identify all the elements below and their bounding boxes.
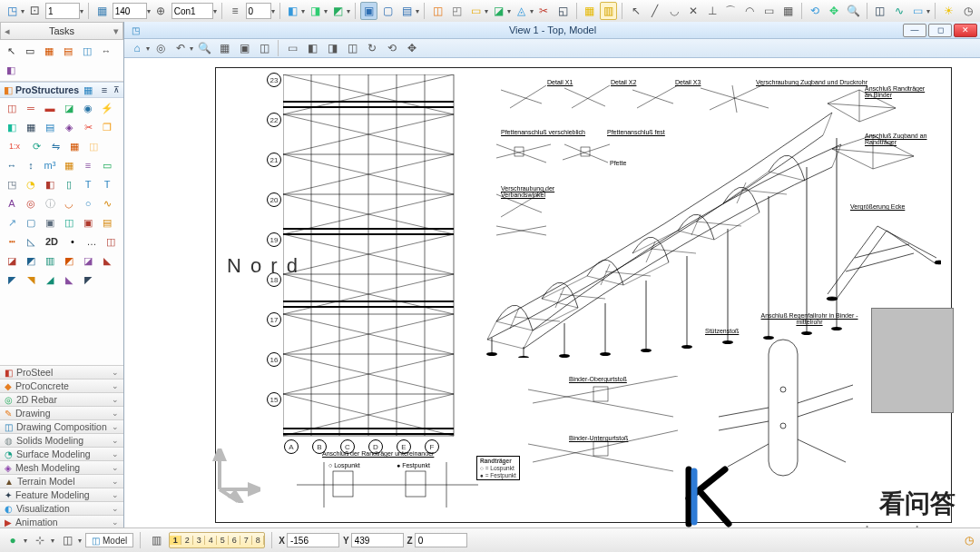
section-icon[interactable]: ▤ [41, 118, 59, 136]
page-1[interactable]: 1 [170, 536, 181, 545]
select-icon[interactable]: ▣ [235, 39, 253, 57]
sheet-icon[interactable]: ▥ [600, 2, 617, 20]
dropdown-icon[interactable]: ▾ [80, 7, 83, 15]
category-proconcrete[interactable]: ◆ProConcrete⌄ [0, 379, 123, 392]
tri6-icon[interactable]: ◤ [79, 271, 97, 289]
2d-label[interactable]: 2D [41, 232, 63, 251]
frame-icon[interactable]: ▢ [22, 213, 40, 232]
grid-snap-icon[interactable]: ▦ [779, 2, 797, 20]
prop-icon[interactable]: ◱ [554, 2, 572, 20]
pointer-icon[interactable]: ↖ [2, 42, 20, 60]
layer-field[interactable] [113, 3, 147, 19]
a-label-icon[interactable]: A [3, 194, 21, 212]
category-mesh[interactable]: ◈Mesh Modeling⌄ [0, 460, 123, 474]
col-t-icon[interactable]: T [79, 175, 97, 193]
bolt-icon[interactable]: ◉ [79, 99, 97, 117]
scale-label[interactable]: 1:x [3, 137, 26, 155]
box4-icon[interactable]: ▥ [41, 251, 59, 270]
shape-icon[interactable]: ◪ [60, 99, 78, 117]
window-icon[interactable]: ◫ [255, 39, 273, 57]
page-6[interactable]: 6 [229, 536, 240, 545]
category-drawingcomp[interactable]: ◫Drawing Composition⌄ [0, 419, 123, 433]
tri1-icon[interactable]: ◣ [98, 251, 116, 270]
page-2[interactable]: 2 [181, 536, 193, 545]
window1-icon[interactable]: ▣ [360, 2, 377, 20]
dropdown-icon[interactable]: ▾ [213, 7, 217, 15]
attach-icon[interactable]: ◫ [78, 42, 96, 60]
ref-icon[interactable]: ◫ [429, 2, 446, 20]
page-3[interactable]: 3 [193, 536, 205, 545]
fence-icon[interactable]: ▭ [21, 42, 39, 60]
view3d-icon[interactable]: ◳ [3, 175, 21, 193]
dropdown-icon[interactable]: ▾ [21, 7, 24, 15]
percent-field[interactable] [246, 3, 271, 19]
mirror-icon[interactable]: ⇋ [46, 137, 64, 155]
page-5[interactable]: 5 [217, 536, 229, 545]
circle-icon[interactable]: ○ [79, 194, 97, 212]
linestyle-icon[interactable]: ≡ [227, 2, 244, 20]
tri4-icon[interactable]: ◢ [41, 271, 59, 289]
cube-icon[interactable]: ◨ [307, 2, 324, 20]
info-icon[interactable]: ⓘ [41, 194, 59, 212]
dim-icon[interactable]: ↔ [3, 156, 21, 174]
ext-icon[interactable]: ↗ [3, 213, 21, 232]
collapse-icon[interactable]: ⊼ [113, 85, 120, 94]
angle-icon[interactable]: ◺ [22, 232, 40, 251]
calc-icon[interactable]: ▦ [582, 2, 599, 20]
grid-mode-icon[interactable]: ▦ [81, 83, 95, 97]
group-icon[interactable]: ◈ [60, 118, 78, 136]
measure-icon[interactable]: ↔ [97, 42, 115, 60]
spline-icon[interactable]: ∿ [98, 194, 116, 212]
style-icon[interactable]: ◪ [490, 2, 507, 20]
flag2-icon[interactable]: ◪ [79, 251, 97, 270]
steel-beam-icon[interactable]: ═ [22, 99, 40, 117]
category-animation[interactable]: ▶Animation⌄ [0, 515, 123, 528]
rotation-icon[interactable]: ↻ [363, 39, 381, 57]
note-icon[interactable]: ▭ [909, 2, 926, 20]
category-surface[interactable]: ◔Surface Modeling⌄ [0, 447, 123, 460]
ready-icon[interactable]: ● [4, 531, 22, 549]
plate-icon[interactable]: ▬ [41, 99, 59, 117]
tri5-icon[interactable]: ◣ [60, 271, 78, 289]
tri3-icon[interactable]: ◥ [22, 271, 40, 289]
z-coord-input[interactable] [415, 533, 467, 547]
weld-icon[interactable]: ⚡ [98, 99, 116, 117]
perp-icon[interactable]: ⊥ [703, 2, 720, 20]
render-icon[interactable]: ◧ [2, 61, 20, 79]
steel-column-icon[interactable]: ◫ [3, 99, 21, 117]
box2-icon[interactable]: ◪ [3, 251, 21, 270]
view-icon[interactable]: ◧ [285, 2, 302, 20]
ref-status-icon[interactable]: ▥ [147, 531, 165, 549]
breadcrumb[interactable]: ◫ Model [85, 533, 133, 547]
cut-icon[interactable]: ✂ [79, 118, 97, 136]
snap2-icon[interactable]: ✕ [684, 2, 701, 20]
grid-icon[interactable]: ▦ [22, 118, 40, 136]
level-field[interactable] [45, 3, 80, 19]
snap-icon[interactable]: ⊕ [152, 2, 170, 20]
prostructures-header[interactable]: ◧ProStructures ▦ ≡ ⊼ [0, 82, 123, 98]
zoom-icon[interactable]: 🔍 [845, 2, 862, 20]
tasks-header[interactable]: ◂ Tasks ▾ [0, 22, 123, 40]
message-icon[interactable]: ◷ [960, 531, 978, 549]
target-icon[interactable]: ◎ [22, 194, 40, 212]
page-8[interactable]: 8 [252, 536, 264, 545]
pan-icon[interactable]: ✥ [826, 2, 843, 20]
col-t2-icon[interactable]: T [98, 175, 116, 193]
close-button[interactable]: ✕ [954, 24, 977, 37]
mag-icon[interactable]: 🔍 [195, 39, 213, 57]
category-terrain[interactable]: ▲Terrain Model⌄ [0, 474, 123, 488]
tangent-icon[interactable]: ⌒ [722, 2, 740, 20]
box3d-icon[interactable]: ◫ [871, 2, 888, 20]
hatch2-icon[interactable]: ◫ [60, 213, 78, 232]
folder-icon[interactable]: ▭ [467, 2, 485, 20]
clip-icon[interactable]: ◬ [513, 2, 530, 20]
rotate-icon[interactable]: ⟳ [27, 137, 45, 155]
dot-icon[interactable]: • [64, 232, 82, 251]
conn-icon[interactable]: ◧ [3, 118, 21, 136]
copy-icon[interactable]: ❐ [98, 118, 116, 136]
line-draw-icon[interactable]: ╱ [646, 2, 663, 20]
dropdown-icon[interactable]: ▾ [147, 7, 151, 15]
tag-icon[interactable]: ◰ [448, 2, 466, 20]
clip2-icon[interactable]: ▯ [60, 175, 78, 193]
sheet2-icon[interactable]: ▭ [98, 156, 116, 174]
